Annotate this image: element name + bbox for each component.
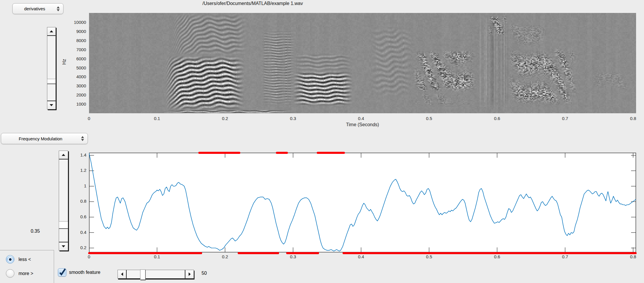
threshold-segment-below (343, 252, 637, 254)
scrollbar-thumb[interactable] (59, 221, 68, 229)
threshold-segment-above (198, 152, 240, 154)
feature-xtick-label: 0.1 (148, 254, 166, 259)
feature-dropdown[interactable]: Frequency Modulation (1, 133, 88, 144)
threshold-segment-below (286, 252, 319, 254)
smooth-slider[interactable] (118, 270, 194, 279)
threshold-scrollbar[interactable] (59, 151, 68, 251)
threshold-segment-above (317, 152, 345, 154)
scrollbar-track[interactable] (59, 159, 68, 242)
feature-xtick-label: 0.3 (284, 254, 302, 259)
smooth-feature-label: smooth feature (69, 270, 100, 275)
feature-xtick-label: 0.7 (556, 254, 574, 259)
spectrogram-ytick-label: 10000 (66, 20, 86, 25)
feature-ytick-label: 0.8 (69, 199, 86, 204)
spectrogram-xtick-label: 0.1 (148, 116, 166, 121)
spectrogram-x-axis-label: Time (Seconds) (333, 122, 392, 127)
spectrogram-xtick-label: 0.3 (284, 116, 302, 121)
feature-xtick-label: 0.5 (420, 254, 438, 259)
spectrogram-xtick-label: 0.2 (216, 116, 234, 121)
dropdown-arrows-icon (81, 136, 84, 141)
spectrogram-plot (89, 13, 636, 113)
down-arrow-icon (62, 245, 65, 247)
spectrogram-ytick-label: 3000 (66, 83, 86, 88)
scroll-up-button[interactable] (59, 151, 68, 159)
more-radio-label: more > (19, 271, 33, 276)
more-radio[interactable] (6, 269, 14, 278)
scrollbar-track[interactable] (47, 36, 56, 101)
threshold-segment-above (276, 152, 288, 154)
derivatives-dropdown[interactable]: derivatives (12, 3, 63, 14)
spectrogram-ytick-label: 6000 (66, 56, 86, 61)
feature-xtick-label: 0.6 (488, 254, 506, 259)
slider-right-button[interactable] (185, 270, 194, 278)
feature-xtick-label: 0.8 (624, 254, 642, 259)
spectrogram-ytick-label: 4000 (66, 74, 86, 79)
dropdown-arrows-icon (57, 6, 60, 11)
up-arrow-icon (62, 154, 65, 156)
up-arrow-icon (50, 30, 53, 32)
spectrogram-xtick-label: 0.8 (624, 116, 642, 121)
checkmark-icon (58, 266, 66, 276)
spectrogram-xtick-label: 0.5 (420, 116, 438, 121)
feature-xtick-label: 0.4 (352, 254, 370, 259)
spectrogram-ytick-label: 1000 (66, 101, 86, 106)
feature-xtick-label: 0 (80, 254, 98, 259)
scroll-down-button[interactable] (59, 242, 68, 250)
spectrogram-xtick-label: 0 (80, 116, 98, 121)
threshold-value: 0.35 (22, 229, 48, 234)
matlab-feature-gui: /Users/ofer/Documents/MATLAB/example 1.w… (0, 0, 644, 283)
feature-plot (89, 153, 636, 252)
less-radio-label: less < (19, 257, 31, 262)
derivatives-dropdown-label: derivatives (24, 6, 52, 11)
spectrogram-ytick-label: 5000 (66, 65, 86, 70)
spectrogram-ytick-label: 7000 (66, 47, 86, 52)
feature-ytick-label: 1.4 (69, 152, 86, 157)
spectrogram-scrollbar[interactable] (47, 27, 56, 109)
feature-xtick-label: 0.2 (216, 254, 234, 259)
feature-ytick-label: 0.6 (69, 214, 86, 219)
figure-title: /Users/ofer/Documents/MATLAB/example 1.w… (165, 1, 341, 6)
feature-ytick-label: 0.2 (69, 245, 86, 250)
scroll-up-button[interactable] (47, 27, 56, 36)
spectrogram-xtick-label: 0.4 (352, 116, 370, 121)
slider-thumb[interactable] (140, 269, 145, 280)
threshold-segment-below (238, 252, 279, 254)
right-arrow-icon (189, 272, 191, 276)
spectrogram-xtick-label: 0.7 (556, 116, 574, 121)
left-arrow-icon (121, 272, 123, 276)
feature-ytick-label: 0.4 (69, 230, 86, 235)
slider-track[interactable] (127, 270, 185, 278)
scrollbar-thumb[interactable] (47, 79, 56, 84)
down-arrow-icon (50, 104, 53, 106)
smooth-feature-checkbox[interactable] (58, 268, 66, 277)
spectrogram-xtick-label: 0.6 (488, 116, 506, 121)
less-radio[interactable] (6, 255, 14, 264)
slider-left-button[interactable] (118, 270, 127, 278)
spectrogram-ytick-label: 2000 (66, 92, 86, 97)
feature-dropdown-label: Frequency Modulation (19, 136, 70, 141)
threshold-segment-below (88, 252, 202, 254)
sensitivity-panel: less < more > (0, 250, 54, 283)
feature-ytick-label: 1 (69, 183, 86, 188)
spectrogram-ytick-label: 8000 (66, 38, 86, 43)
feature-ytick-label: 1.2 (69, 168, 86, 173)
scroll-down-button[interactable] (47, 101, 56, 109)
smooth-value: 50 (202, 271, 207, 276)
spectrogram-ytick-label: 9000 (66, 29, 86, 34)
